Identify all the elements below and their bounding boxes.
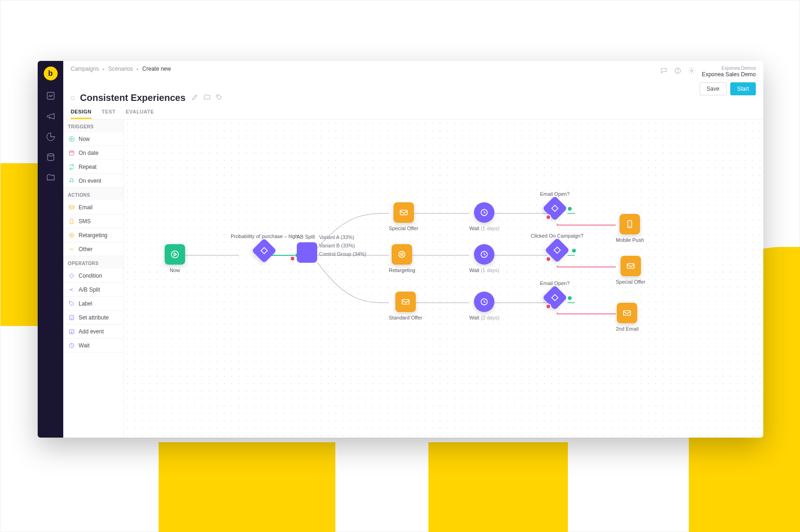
node-label: Wait (1 days) xyxy=(469,267,499,273)
trigger-now[interactable]: Now xyxy=(63,132,123,146)
top-right: Exponea Demos Exponea Sales Demo xyxy=(660,66,756,78)
split-labels: Variant A (33%) Variant B (33%) Control … xyxy=(319,233,367,258)
org-name: Exponea Demos xyxy=(702,66,756,71)
campaigns-icon[interactable] xyxy=(46,111,56,121)
node-email-standard[interactable]: Standard Offer xyxy=(389,292,422,320)
node-label: Special Offer xyxy=(616,279,645,285)
project-selector[interactable]: Exponea Demos Exponea Sales Demo xyxy=(702,66,756,78)
trigger-ondate[interactable]: On date xyxy=(63,146,123,160)
action-sms[interactable]: SMS xyxy=(63,214,123,228)
node-cond-emailopen-c[interactable]: Email Open? xyxy=(540,280,570,306)
op-condition[interactable]: Condition xyxy=(63,269,123,283)
chevron-right-icon: ▸ xyxy=(137,67,139,71)
op-wait[interactable]: Wait xyxy=(63,339,123,352)
op-absplit[interactable]: A/B Split xyxy=(63,283,123,297)
node-mobilepush[interactable]: Mobile Push xyxy=(616,214,644,243)
node-now[interactable]: Now xyxy=(165,244,185,273)
page-title: Consistent Experiences xyxy=(80,93,186,103)
label: Label xyxy=(79,300,92,307)
action-retargeting[interactable]: Retargeting xyxy=(63,228,123,242)
data-icon[interactable] xyxy=(46,152,56,162)
node-label: Wait (2 days) xyxy=(469,315,499,320)
tab-test[interactable]: TEST xyxy=(102,106,116,119)
chat-icon[interactable] xyxy=(660,67,667,76)
logo[interactable]: b xyxy=(44,66,58,80)
node-2ndemail[interactable]: 2nd Email xyxy=(616,303,639,332)
node-cond-emailopen-a[interactable]: Email Open? xyxy=(540,191,570,217)
node-wait-c[interactable]: Wait (2 days) xyxy=(469,292,499,320)
action-other[interactable]: Other xyxy=(63,242,123,256)
action-email[interactable]: Email xyxy=(63,200,123,214)
page: b Campaigns ▸ Scenarios ▸ Create new xyxy=(0,0,800,532)
node-cond-clicked[interactable]: Clicked On Campaign? xyxy=(531,233,583,259)
operators-head: OPERATORS xyxy=(63,256,123,269)
svg-point-33 xyxy=(401,253,403,256)
node-label: Email Open? xyxy=(540,191,570,197)
triggers-head: TRIGGERS xyxy=(63,120,123,132)
svg-rect-7 xyxy=(69,151,73,155)
help-icon[interactable] xyxy=(674,67,681,76)
folder-icon[interactable] xyxy=(203,93,211,103)
label: Now xyxy=(79,136,90,142)
node-label: Retargeting xyxy=(389,267,415,273)
dashboard-icon[interactable] xyxy=(46,91,56,101)
tag-icon[interactable] xyxy=(215,93,223,103)
node-label: AB Split xyxy=(297,234,315,239)
status-dot xyxy=(71,96,74,100)
node-special2[interactable]: Special Offer xyxy=(616,256,645,285)
start-button[interactable]: Start xyxy=(730,82,756,95)
crumb-campaigns[interactable]: Campaigns xyxy=(71,66,99,72)
node-email-special[interactable]: Special Offer xyxy=(389,202,418,231)
files-icon[interactable] xyxy=(46,173,56,183)
action-buttons: Save Start xyxy=(700,82,756,95)
trigger-onevent[interactable]: On event xyxy=(63,174,123,188)
svg-rect-9 xyxy=(70,219,73,224)
variant-a: Variant A (33%) xyxy=(319,233,367,241)
palette: TRIGGERS Now On date Repeat On event ACT… xyxy=(63,120,124,438)
svg-rect-8 xyxy=(69,206,74,209)
op-setattr[interactable]: Set attribute xyxy=(63,311,123,325)
svg-rect-35 xyxy=(627,264,634,268)
node-label: 2nd Email xyxy=(616,326,639,332)
op-addevent[interactable]: Add event xyxy=(63,325,123,339)
label: Other xyxy=(79,246,93,253)
label: SMS xyxy=(79,218,91,225)
save-button[interactable]: Save xyxy=(700,82,726,95)
edit-icon[interactable] xyxy=(191,93,199,103)
label: Wait xyxy=(79,342,90,349)
svg-point-5 xyxy=(217,95,218,96)
control-group: Control Group (34%) xyxy=(319,250,367,258)
label: On event xyxy=(79,178,101,184)
app-window: b Campaigns ▸ Scenarios ▸ Create new xyxy=(38,61,763,438)
gear-icon[interactable] xyxy=(688,67,695,76)
label: Email xyxy=(79,204,93,211)
decor xyxy=(428,442,568,532)
node-wait-a[interactable]: Wait (1 days) xyxy=(469,202,499,231)
crumb-scenarios[interactable]: Scenarios xyxy=(108,66,133,72)
canvas[interactable]: Now Probability of purchase – high AB Sp… xyxy=(124,120,763,438)
svg-point-1 xyxy=(47,154,53,156)
svg-point-32 xyxy=(399,251,405,257)
node-absplit[interactable]: AB Split Variant A (33%) Variant B (33%)… xyxy=(297,234,317,263)
label: A/B Split xyxy=(79,286,100,293)
svg-point-11 xyxy=(71,234,73,236)
svg-point-10 xyxy=(69,233,73,237)
left-nav: b xyxy=(38,61,63,438)
project-name: Exponea Sales Demo xyxy=(702,71,756,78)
tab-evaluate[interactable]: EVALUATE xyxy=(126,106,154,119)
analytics-icon[interactable] xyxy=(46,132,56,142)
svg-point-6 xyxy=(69,136,74,141)
node-wait-b[interactable]: Wait (1 days) xyxy=(469,244,499,273)
variant-b: Variant B (33%) xyxy=(319,241,367,250)
tab-design[interactable]: DESIGN xyxy=(71,106,92,119)
node-retargeting[interactable]: Retargeting xyxy=(389,244,415,273)
main: Campaigns ▸ Scenarios ▸ Create new Expon… xyxy=(63,61,763,438)
op-label[interactable]: Label xyxy=(63,297,123,311)
tabs: DESIGN TEST EVALUATE xyxy=(63,106,763,119)
trigger-repeat[interactable]: Repeat xyxy=(63,160,123,174)
node-label: Mobile Push xyxy=(616,237,644,243)
label: Condition xyxy=(79,273,102,279)
label: Repeat xyxy=(79,164,97,170)
node-label: Clicked On Campaign? xyxy=(531,233,583,239)
node-condition[interactable]: Probability of purchase – high xyxy=(231,233,298,259)
